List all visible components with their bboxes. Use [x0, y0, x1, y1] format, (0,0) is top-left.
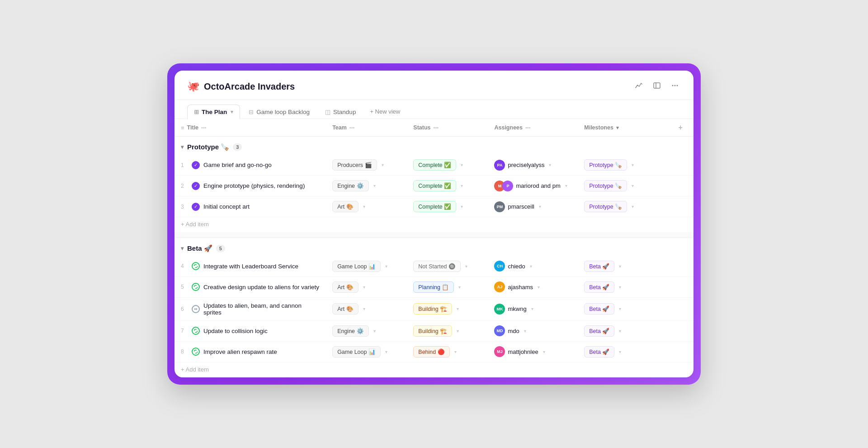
tab-standup[interactable]: ◫ Standup [318, 105, 363, 119]
tab-new-view[interactable]: + New view [364, 105, 406, 119]
tab-the-plan[interactable]: ⊞ The Plan ▾ [187, 105, 240, 119]
section-chevron-icon[interactable]: ▾ [181, 144, 184, 150]
status-badge[interactable]: Planning 📋 [413, 281, 454, 293]
status-badge[interactable]: Complete ✅ [413, 159, 456, 171]
status-badge[interactable]: Building 🏗️ [413, 303, 452, 315]
app-window: 🐙 OctoArcade Invaders [175, 71, 693, 377]
add-item-cell[interactable]: + Add item [175, 217, 693, 233]
chart-icon-button[interactable] [633, 80, 645, 93]
milestone-badge[interactable]: Prototype 🪚 [584, 201, 627, 212]
status-cell: Complete ✅ ▾ [407, 176, 488, 196]
table-row[interactable]: 1 ✓ Game brief and go-no-go Producers 🎬 … [175, 155, 693, 176]
status-dropdown-arrow[interactable]: ▾ [458, 285, 461, 290]
team-dropdown-arrow[interactable]: ▾ [363, 204, 365, 209]
team-dropdown-arrow[interactable]: ▾ [385, 349, 387, 354]
milestone-badge[interactable]: Beta 🚀 [584, 303, 614, 315]
table-row[interactable]: 3 ✓ Initial concept art Art 🎨 ▾ Complete… [175, 196, 693, 217]
status-dropdown-arrow[interactable]: ▾ [465, 264, 467, 269]
section-prototype-add-item[interactable]: + Add item [175, 217, 693, 233]
status-cell: Complete ✅ ▾ [407, 196, 488, 217]
status-dropdown-arrow[interactable]: ▾ [461, 162, 463, 167]
milestones-dropdown-icon[interactable]: ▾ [616, 125, 619, 131]
milestone-dropdown-arrow[interactable]: ▾ [619, 306, 621, 311]
milestone-dropdown-arrow[interactable]: ▾ [619, 285, 621, 290]
tab-dropdown-arrow[interactable]: ▾ [231, 109, 233, 115]
milestone-dropdown-arrow[interactable]: ▾ [619, 264, 621, 269]
assignee-group: MJ mattjohnlee [494, 346, 538, 357]
milestone-badge[interactable]: Beta 🚀 [584, 281, 614, 293]
section-beta-add-item[interactable]: + Add item [175, 362, 693, 377]
assignees-col-menu[interactable]: ••• [525, 125, 531, 130]
team-dropdown-arrow[interactable]: ▾ [385, 264, 387, 269]
status-badge[interactable]: Not Started 🔘 [413, 261, 461, 272]
item-title: Update to collision logic [203, 328, 268, 334]
milestone-dropdown-arrow[interactable]: ▾ [632, 204, 634, 209]
status-col-menu[interactable]: ••• [434, 125, 439, 130]
title-col-menu[interactable]: ••• [201, 125, 207, 130]
title-cell: 3 ✓ Initial concept art [175, 196, 326, 217]
milestone-dropdown-arrow[interactable]: ▾ [619, 329, 621, 334]
status-cell: Not Started 🔘 ▾ [407, 256, 488, 277]
milestone-badge[interactable]: Beta 🚀 [584, 346, 614, 357]
assignee-dropdown-arrow[interactable]: ▾ [543, 349, 545, 354]
status-in-progress-icon [192, 327, 200, 335]
team-badge[interactable]: Game Loop 📊 [332, 346, 381, 357]
svg-point-4 [677, 85, 678, 86]
item-title: Improve alien respawn rate [203, 348, 277, 355]
status-dropdown-arrow[interactable]: ▾ [461, 204, 463, 209]
assignee-group: MK mkwng [494, 304, 526, 315]
table-row[interactable]: 5 Creative design update to aliens for v… [175, 276, 693, 297]
th-status: Status ••• [407, 119, 488, 137]
assignee-dropdown-arrow[interactable]: ▾ [538, 285, 540, 290]
milestone-badge[interactable]: Beta 🚀 [584, 261, 614, 272]
team-badge[interactable]: Art 🎨 [332, 201, 358, 212]
team-col-menu[interactable]: ••• [349, 125, 355, 130]
team-dropdown-arrow[interactable]: ▾ [363, 285, 365, 290]
status-badge[interactable]: Complete ✅ [413, 201, 456, 212]
milestone-badge[interactable]: Beta 🚀 [584, 325, 614, 337]
team-badge[interactable]: Game Loop 📊 [332, 261, 381, 272]
milestone-dropdown-arrow[interactable]: ▾ [619, 349, 621, 354]
status-badge[interactable]: Building 🏗️ [413, 325, 452, 337]
table-row[interactable]: 6 Updates to alien, beam, and cannon spr… [175, 297, 693, 320]
table-row[interactable]: 4 Integrate with Leaderboard Service Gam… [175, 256, 693, 277]
status-dropdown-arrow[interactable]: ▾ [454, 349, 457, 354]
add-column-button[interactable]: + [674, 124, 687, 131]
add-item-cell[interactable]: + Add item [175, 362, 693, 377]
assignee-dropdown-arrow[interactable]: ▾ [539, 204, 541, 209]
table-row[interactable]: 7 Update to collision logic Engine ⚙️ ▾ … [175, 320, 693, 341]
status-dropdown-arrow[interactable]: ▾ [457, 306, 459, 311]
team-dropdown-arrow[interactable]: ▾ [382, 162, 384, 167]
status-dropdown-arrow[interactable]: ▾ [457, 329, 459, 334]
team-cell: Engine ⚙️ ▾ [326, 176, 407, 196]
title-cell: 7 Update to collision logic [175, 320, 326, 341]
milestone-badge[interactable]: Prototype 🪚 [584, 159, 627, 171]
team-dropdown-arrow[interactable]: ▾ [363, 306, 365, 311]
sort-icon[interactable]: ≡ [181, 124, 184, 131]
milestone-dropdown-arrow[interactable]: ▾ [632, 162, 634, 167]
milestone-badge[interactable]: Prototype 🪚 [584, 180, 627, 191]
status-badge[interactable]: Behind 🔴 [413, 346, 449, 357]
more-menu-button[interactable] [669, 80, 681, 93]
sidebar-icon-button[interactable] [651, 80, 663, 93]
assignee-dropdown-arrow[interactable]: ▾ [530, 264, 532, 269]
table-row[interactable]: 2 ✓ Engine prototype (physics, rendering… [175, 176, 693, 196]
assignee-dropdown-arrow[interactable]: ▾ [531, 306, 533, 311]
team-badge[interactable]: Producers 🎬 [332, 159, 377, 171]
assignee-dropdown-arrow[interactable]: ▾ [524, 329, 526, 334]
table-row[interactable]: 8 Improve alien respawn rate Game Loop 📊… [175, 341, 693, 362]
milestone-dropdown-arrow[interactable]: ▾ [632, 183, 634, 188]
assignee-dropdown-arrow[interactable]: ▾ [549, 162, 551, 167]
tab-game-loop-backlog[interactable]: ⊟ Game loop Backlog [242, 105, 316, 119]
team-badge[interactable]: Art 🎨 [332, 281, 358, 293]
item-title: Creative design update to aliens for var… [203, 284, 319, 291]
status-dropdown-arrow[interactable]: ▾ [461, 183, 463, 188]
team-badge[interactable]: Engine ⚙️ [332, 180, 368, 191]
team-dropdown-arrow[interactable]: ▾ [373, 329, 376, 334]
assignee-dropdown-arrow[interactable]: ▾ [565, 183, 567, 188]
status-badge[interactable]: Complete ✅ [413, 180, 456, 191]
team-dropdown-arrow[interactable]: ▾ [373, 183, 376, 188]
section-chevron-icon[interactable]: ▾ [181, 245, 184, 252]
team-badge[interactable]: Art 🎨 [332, 303, 358, 315]
team-badge[interactable]: Engine ⚙️ [332, 325, 368, 337]
